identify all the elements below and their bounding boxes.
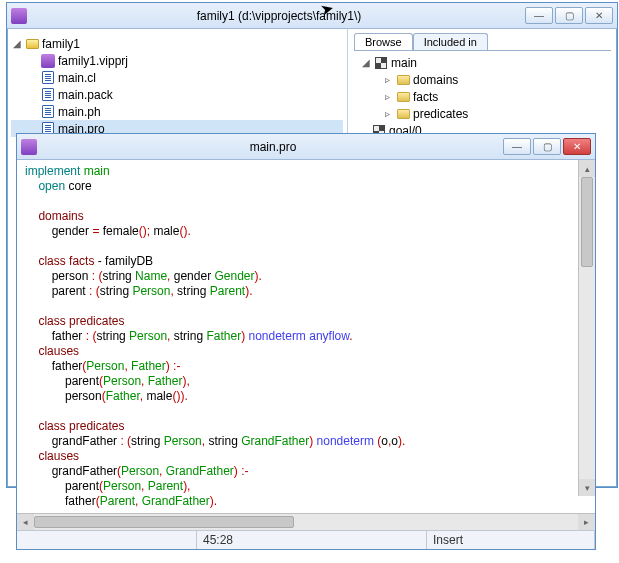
browse-item-label[interactable]: facts <box>413 90 438 104</box>
browse-item-label[interactable]: predicates <box>413 107 468 121</box>
vertical-scrollbar[interactable]: ▴ ▾ <box>578 160 595 496</box>
scroll-thumb[interactable] <box>581 177 593 267</box>
tab-browse[interactable]: Browse <box>354 33 413 50</box>
status-mode: Insert <box>427 531 595 549</box>
minimize-button[interactable]: — <box>525 7 553 24</box>
folder-icon <box>26 39 39 49</box>
tab-included-in[interactable]: Included in <box>413 33 488 50</box>
maximize-button[interactable]: ▢ <box>533 138 561 155</box>
project-file-icon <box>41 54 55 68</box>
code-editor[interactable]: implement main open core domains gender … <box>17 160 595 513</box>
folder-icon <box>397 75 410 85</box>
status-bar: 45:28 Insert <box>17 530 595 549</box>
tree-item-label[interactable]: family1.vipprj <box>58 54 128 68</box>
expander-icon[interactable]: ▹ <box>382 108 393 119</box>
scroll-down-icon[interactable]: ▾ <box>579 479 595 496</box>
file-icon <box>42 105 54 118</box>
scroll-right-icon[interactable]: ▸ <box>578 514 595 530</box>
tree-item-label[interactable]: main.cl <box>58 71 96 85</box>
tree-item-label[interactable]: main.ph <box>58 105 101 119</box>
expander-icon[interactable]: ▹ <box>382 91 393 102</box>
file-icon <box>42 71 54 84</box>
folder-icon <box>397 109 410 119</box>
folder-icon <box>397 92 410 102</box>
scroll-up-icon[interactable]: ▴ <box>579 160 595 177</box>
module-icon <box>375 57 387 69</box>
main-titlebar[interactable]: family1 (d:\vipprojects\family1\) — ▢ ✕ <box>7 3 617 29</box>
editor-icon <box>21 139 37 155</box>
app-icon <box>11 8 27 24</box>
editor-window-title: main.pro <box>43 140 503 154</box>
close-button[interactable]: ✕ <box>563 138 591 155</box>
editor-window: main.pro — ▢ ✕ implement main open core … <box>16 133 596 550</box>
scroll-thumb[interactable] <box>34 516 294 528</box>
scroll-left-icon[interactable]: ◂ <box>17 514 34 530</box>
tree-root-label[interactable]: family1 <box>42 37 80 51</box>
expander-icon[interactable]: ◢ <box>11 38 22 49</box>
horizontal-scrollbar[interactable]: ◂ ▸ <box>17 513 595 530</box>
editor-titlebar[interactable]: main.pro — ▢ ✕ <box>17 134 595 160</box>
tree-item-label[interactable]: main.pack <box>58 88 113 102</box>
minimize-button[interactable]: — <box>503 138 531 155</box>
close-button[interactable]: ✕ <box>585 7 613 24</box>
status-cell-1 <box>17 531 197 549</box>
main-window-title: family1 (d:\vipprojects\family1\) <box>33 9 525 23</box>
maximize-button[interactable]: ▢ <box>555 7 583 24</box>
code-content[interactable]: implement main open core domains gender … <box>17 160 595 513</box>
expander-icon[interactable]: ▹ <box>382 74 393 85</box>
browse-root-label[interactable]: main <box>391 56 417 70</box>
file-icon <box>42 88 54 101</box>
status-position: 45:28 <box>197 531 427 549</box>
browse-item-label[interactable]: domains <box>413 73 458 87</box>
browse-tree[interactable]: ◢main ▹domains ▹facts ▹predicates goal/0 <box>354 50 611 141</box>
expander-icon[interactable]: ◢ <box>360 57 371 68</box>
